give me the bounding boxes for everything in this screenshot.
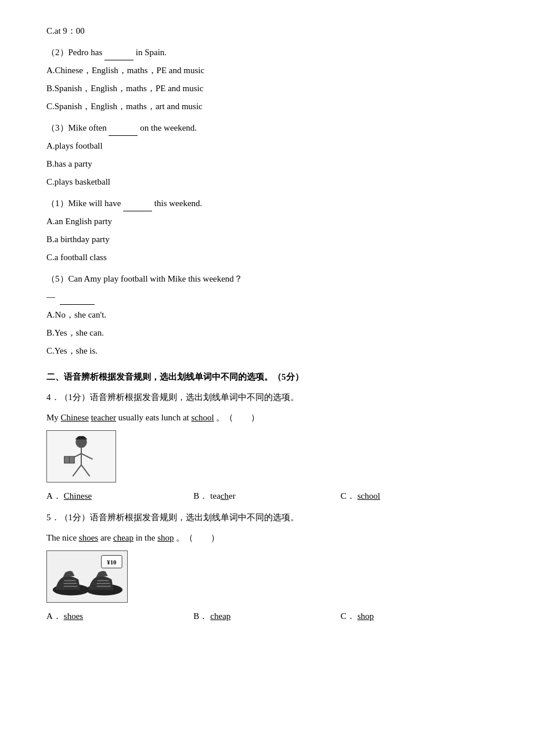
q1-blank	[123, 211, 152, 211]
q4-option-b-col: B． teacher	[193, 488, 340, 504]
question-5b-intro: 5．（1分）语音辨析根据发音规则，选出划线单词中不同的选项。	[46, 510, 488, 525]
q5b-option-c-col: C． shop	[341, 609, 488, 624]
q2-option-b: B.Spanish，English，maths，PE and music	[46, 81, 488, 96]
q4-options-row: A． Chinese B． teacher C． school	[46, 488, 488, 504]
q4-option-c-col: C． school	[341, 488, 488, 504]
svg-line-4	[73, 465, 81, 477]
q3-option-c: C.plays basketball	[46, 174, 488, 190]
q4-optC-underline: school	[358, 488, 380, 504]
q4-optA-underline: Chinese	[64, 488, 92, 504]
svg-line-3	[81, 453, 93, 459]
q4-underline-school: school	[192, 413, 214, 422]
q5b-underline-cheap: cheap	[113, 533, 134, 542]
q1-option-a: A.an English party	[46, 214, 488, 229]
svg-text:¥10: ¥10	[107, 559, 116, 566]
q5-option-a: A.No，she can't.	[46, 307, 488, 323]
q5-option-b: B.Yes，she can.	[46, 325, 488, 341]
q5b-sentence: The nice shoes are cheap in the shop 。（ …	[46, 530, 488, 546]
q4-underline-teacher: teacher	[91, 413, 116, 422]
question-2: （2）Pedro has in Spain.	[46, 45, 488, 60]
q2-option-c: C.Spanish，English，maths，art and music	[46, 99, 488, 114]
q5b-option-a-col: A． shoes	[46, 609, 193, 624]
question-1: （1）Mike will have this weekend.	[46, 196, 488, 211]
q4-option-a-col: A． Chinese	[46, 488, 193, 504]
q1-option-c: C.a football class	[46, 250, 488, 265]
q5b-optC-underline: shop	[358, 609, 374, 624]
section2-heading: 二、语音辨析根据发音规则，选出划线单词中不同的选项。（5分）	[46, 369, 488, 385]
q4-underline-chinese: Chinese	[61, 413, 89, 422]
q5-option-c: C.Yes，she is.	[46, 343, 488, 359]
q4-sentence: My Chinese teacher usually eats lunch at…	[46, 410, 488, 426]
question-3: （3）Mike often on the weekend.	[46, 120, 488, 136]
q5b-option-b-col: B． cheap	[193, 609, 340, 624]
q4-image	[46, 430, 116, 483]
q5b-optB-underline: cheap	[210, 609, 230, 624]
question-5: （5）Can Amy play football with Mike this …	[46, 271, 488, 287]
q3-option-b: B.has a party	[46, 156, 488, 172]
option-c-at9: C.at 9：00	[46, 23, 488, 39]
q2-blank	[104, 60, 134, 60]
q4-sentence-teacher-container: teacher	[91, 413, 118, 422]
q2-option-a: A.Chinese，English，maths，PE and music	[46, 63, 488, 78]
q5b-underline-shop: shop	[157, 533, 174, 542]
question-4-intro: 4．（1分）语音辨析根据发音规则，选出划线单词中不同的选项。	[46, 390, 488, 405]
q5b-underline-shoes: shoes	[79, 533, 98, 542]
q5b-image: ¥10	[46, 550, 128, 603]
q3-blank	[109, 135, 138, 136]
q4-optB-underline: ch	[221, 491, 229, 501]
q5-blank	[60, 304, 95, 305]
q5-dash-line: —	[46, 289, 488, 305]
svg-line-5	[81, 465, 90, 477]
q5b-optA-underline: shoes	[64, 609, 83, 624]
q5b-options-row: A． shoes B． cheap C． shop	[46, 609, 488, 624]
q1-option-b: B.a birthday party	[46, 232, 488, 247]
q3-option-a: A.plays football	[46, 138, 488, 154]
